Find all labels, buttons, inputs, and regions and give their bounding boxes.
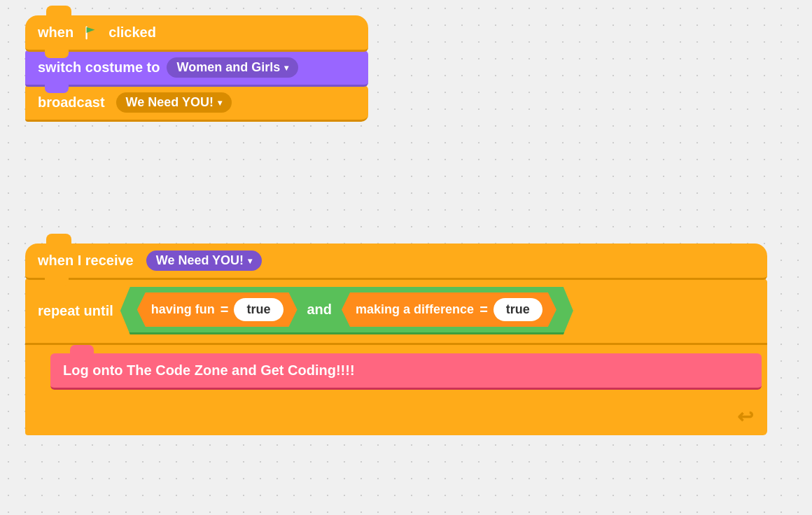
receive-dropdown-value: We Need YOU!	[156, 253, 244, 268]
making-difference-block[interactable]: making a difference = true	[342, 292, 556, 327]
eq1-label: =	[220, 302, 229, 318]
true-val-2-text: true	[506, 302, 530, 317]
repeat-footer: ↩	[25, 398, 767, 435]
receive-dropdown[interactable]: We Need YOU! ▾	[146, 251, 262, 271]
repeat-inner-content: Log onto The Code Zone and Get Coding!!!…	[45, 345, 767, 398]
repeat-header: repeat until having fun = true and ma	[25, 278, 767, 345]
eq2-label: =	[479, 302, 488, 318]
costume-dropdown[interactable]: Women and Girls ▾	[167, 57, 298, 78]
costume-dropdown-value: Women and Girls	[176, 60, 280, 75]
block-group-1: when clicked switch costume to Women and…	[25, 15, 368, 122]
repeat-until-label: repeat until	[38, 303, 113, 319]
log-onto-block[interactable]: Log onto The Code Zone and Get Coding!!!…	[50, 353, 762, 390]
true-val-1[interactable]: true	[234, 298, 283, 321]
workspace: when clicked switch costume to Women and…	[0, 0, 812, 515]
switch-costume-label: switch costume to	[38, 59, 160, 76]
repeat-arrow: ↩	[737, 405, 753, 428]
true-val-2[interactable]: true	[493, 298, 542, 321]
receive-dropdown-arrow: ▾	[248, 256, 252, 266]
switch-costume-block[interactable]: switch costume to Women and Girls ▾	[25, 50, 368, 87]
making-difference-label: making a difference	[356, 302, 474, 317]
log-onto-label: Log onto The Code Zone and Get Coding!!!…	[63, 362, 355, 379]
when-receive-block[interactable]: when I receive We Need YOU! ▾	[25, 244, 767, 280]
broadcast-dropdown-value: We Need YOU!	[126, 95, 214, 110]
having-fun-block[interactable]: having fun = true	[137, 292, 298, 327]
having-fun-label: having fun	[151, 302, 215, 317]
when-clicked-block[interactable]: when clicked	[25, 15, 368, 52]
green-flag-icon	[83, 25, 99, 41]
when-label: when	[38, 24, 74, 41]
block-group-2: when I receive We Need YOU! ▾ repeat unt…	[25, 244, 767, 435]
broadcast-block[interactable]: broadcast We Need YOU! ▾	[25, 85, 368, 122]
when-receive-label: when I receive	[38, 253, 134, 269]
broadcast-dropdown-arrow: ▾	[218, 98, 222, 108]
repeat-until-block[interactable]: repeat until having fun = true and ma	[25, 278, 767, 435]
repeat-condition-block: having fun = true and making a differenc…	[120, 287, 573, 334]
broadcast-label: broadcast	[38, 94, 105, 111]
true-val-1-text: true	[246, 302, 270, 317]
broadcast-dropdown[interactable]: We Need YOU! ▾	[116, 92, 232, 113]
costume-dropdown-arrow: ▾	[284, 63, 288, 73]
and-label: and	[307, 302, 332, 318]
clicked-label: clicked	[108, 24, 156, 41]
